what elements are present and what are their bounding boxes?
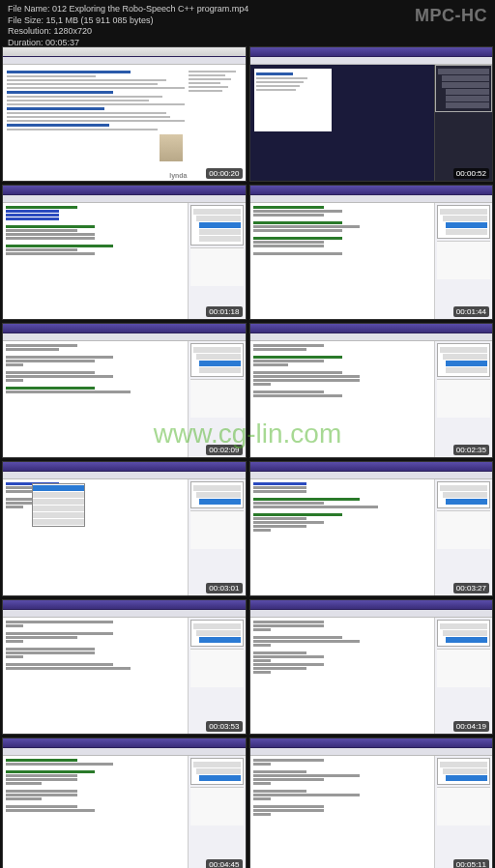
code-editor bbox=[3, 203, 188, 319]
window-titlebar bbox=[250, 324, 493, 333]
window-titlebar bbox=[250, 186, 493, 195]
solution-explorer bbox=[434, 618, 492, 734]
window-toolbar bbox=[3, 333, 246, 341]
properties-pane bbox=[437, 379, 490, 418]
filename-value: 012 Exploring the Robo-Speech C++ progra… bbox=[52, 4, 248, 14]
filesize-value: 15,1 MB (15 911 085 bytes) bbox=[46, 15, 154, 25]
solution-explorer bbox=[434, 203, 492, 319]
properties-pane bbox=[437, 787, 490, 825]
code-editor bbox=[250, 479, 435, 595]
window-titlebar bbox=[3, 47, 246, 57]
code-editor bbox=[250, 756, 435, 868]
thumbnail[interactable]: 00:04:45 bbox=[2, 738, 247, 868]
timestamp-badge: 00:04:19 bbox=[453, 721, 489, 732]
thumbnail[interactable]: 00:02:35 bbox=[249, 323, 494, 458]
properties-pane bbox=[190, 510, 244, 549]
thumbnail[interactable]: 00:03:01 bbox=[2, 461, 247, 596]
thumbnail[interactable]: 00:00:52 bbox=[249, 46, 494, 182]
code-editor bbox=[3, 618, 188, 734]
window-titlebar bbox=[250, 738, 493, 748]
properties-pane bbox=[437, 241, 490, 279]
solution-explorer bbox=[434, 341, 492, 457]
window-titlebar bbox=[3, 186, 246, 195]
timestamp-badge: 00:03:27 bbox=[453, 583, 489, 593]
window-toolbar bbox=[3, 748, 246, 756]
info-header: File Name: 012 Exploring the Robo-Speech… bbox=[0, 0, 495, 44]
thumbnail[interactable]: 00:03:53 bbox=[2, 599, 247, 735]
thumbnail-grid: lynda 00:00:20 bbox=[0, 44, 495, 868]
window-toolbar bbox=[250, 748, 493, 756]
page-main bbox=[7, 69, 185, 177]
app-logo: MPC-HC bbox=[415, 6, 487, 26]
timestamp-badge: 00:00:52 bbox=[453, 168, 489, 179]
window-titlebar bbox=[3, 600, 246, 610]
timestamp-badge: 00:00:20 bbox=[206, 168, 242, 179]
timestamp-badge: 00:01:18 bbox=[206, 306, 242, 317]
window-titlebar bbox=[3, 462, 246, 472]
timestamp-badge: 00:05:11 bbox=[453, 859, 489, 868]
properties-pane bbox=[190, 649, 244, 687]
solution-explorer bbox=[434, 756, 492, 868]
solution-explorer bbox=[188, 756, 246, 868]
thumbnail[interactable]: lynda 00:00:20 bbox=[2, 46, 247, 182]
lynda-watermark: lynda bbox=[169, 172, 187, 179]
browser-content bbox=[3, 65, 246, 181]
properties-pane bbox=[437, 510, 490, 549]
code-editor bbox=[250, 618, 435, 734]
solution-explorer bbox=[188, 203, 246, 319]
code-editor bbox=[3, 341, 188, 457]
window-titlebar bbox=[250, 462, 493, 472]
resolution-value: 1280x720 bbox=[54, 26, 93, 36]
file-info-block: File Name: 012 Exploring the Robo-Speech… bbox=[8, 4, 248, 41]
solution-explorer bbox=[434, 479, 492, 595]
window-toolbar bbox=[3, 610, 246, 618]
timestamp-badge: 00:02:35 bbox=[453, 445, 489, 455]
start-page bbox=[254, 69, 332, 131]
thumbnail[interactable]: 00:02:09 bbox=[2, 323, 247, 458]
window-titlebar bbox=[3, 324, 246, 333]
properties-pane bbox=[190, 379, 244, 418]
filename-label: File Name: bbox=[8, 4, 50, 14]
window-toolbar bbox=[250, 333, 493, 341]
thumbnail[interactable]: 00:03:27 bbox=[249, 461, 494, 596]
window-toolbar bbox=[250, 195, 493, 203]
timestamp-badge: 00:01:44 bbox=[453, 306, 489, 317]
timestamp-badge: 00:03:01 bbox=[206, 583, 242, 593]
editor-pane bbox=[250, 65, 435, 181]
code-editor bbox=[3, 756, 188, 868]
timestamp-badge: 00:02:09 bbox=[206, 445, 242, 455]
window-toolbar bbox=[250, 610, 493, 618]
window-toolbar bbox=[3, 472, 246, 479]
solution-explorer bbox=[434, 65, 492, 181]
solution-explorer bbox=[188, 341, 246, 457]
code-editor bbox=[3, 479, 188, 595]
timestamp-badge: 00:03:53 bbox=[206, 721, 242, 732]
window-toolbar bbox=[3, 195, 246, 203]
thumbnail[interactable]: 00:01:18 bbox=[2, 185, 247, 320]
context-menu bbox=[32, 483, 85, 527]
thumbnail[interactable]: 00:04:19 bbox=[249, 599, 494, 735]
person-avatar bbox=[160, 134, 183, 161]
window-toolbar bbox=[250, 57, 493, 65]
page-sidebar bbox=[189, 69, 242, 177]
code-editor bbox=[250, 203, 435, 319]
filesize-label: File Size: bbox=[8, 15, 44, 25]
timestamp-badge: 00:04:45 bbox=[206, 859, 242, 868]
code-editor bbox=[250, 341, 435, 457]
resolution-label: Resolution: bbox=[8, 26, 51, 36]
window-titlebar bbox=[3, 738, 246, 748]
properties-pane bbox=[190, 247, 244, 286]
solution-explorer bbox=[188, 618, 246, 734]
thumbnail[interactable]: 00:01:44 bbox=[249, 185, 494, 320]
properties-pane bbox=[437, 649, 490, 687]
window-toolbar bbox=[3, 57, 246, 65]
window-toolbar bbox=[250, 472, 493, 479]
window-titlebar bbox=[250, 600, 493, 610]
thumbnail[interactable]: 00:05:11 bbox=[249, 738, 494, 868]
solution-explorer bbox=[188, 479, 246, 595]
window-titlebar bbox=[250, 47, 493, 57]
properties-pane bbox=[190, 787, 244, 825]
